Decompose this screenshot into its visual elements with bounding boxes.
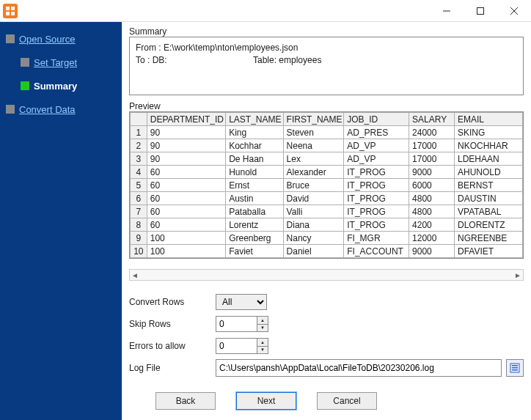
table-cell: 4800 (409, 192, 455, 205)
skip-rows-spinner[interactable]: ▲▼ (257, 316, 268, 332)
sidebar-item-set-target[interactable]: Set Target (21, 53, 122, 72)
convert-rows-select[interactable]: All (216, 294, 267, 310)
table-cell: NKOCHHAR (455, 139, 523, 152)
scroll-right-icon[interactable]: ► (514, 271, 521, 279)
table-cell: Valli (283, 205, 344, 218)
table-cell: Diana (283, 218, 344, 232)
table-cell: 100 (147, 232, 225, 245)
table-cell: 100 (147, 245, 225, 258)
column-header[interactable]: EMAIL (455, 113, 523, 126)
table-cell: 17000 (409, 139, 455, 152)
table-cell: Neena (283, 139, 344, 152)
column-header[interactable]: JOB_ID (344, 113, 409, 126)
errors-input[interactable] (216, 338, 257, 354)
table-cell: Daniel (283, 245, 344, 258)
table-row[interactable]: 560ErnstBruceIT_PROG6000BERNST (131, 179, 523, 192)
browse-logfile-button[interactable] (506, 359, 524, 377)
rownum-cell: 10 (131, 245, 147, 258)
browse-icon (510, 363, 520, 373)
column-header[interactable]: LAST_NAME (226, 113, 283, 126)
table-cell: NGREENBE (455, 232, 523, 245)
horizontal-scrollbar[interactable]: ◄ ► (129, 269, 524, 281)
svg-rect-1 (11, 7, 15, 10)
sidebar-marker (21, 81, 29, 90)
logfile-label: Log File (129, 363, 216, 373)
table-row[interactable]: 9100GreenbergNancyFI_MGR12000NGREENBE (131, 232, 523, 245)
table-cell: Hunold (226, 166, 283, 179)
table-cell: King (226, 126, 283, 139)
table-cell: Austin (226, 192, 283, 205)
sidebar-marker (6, 34, 15, 43)
table-cell: 60 (147, 218, 225, 232)
table-cell: Kochhar (226, 139, 283, 152)
app-icon (3, 4, 18, 18)
table-cell: AHUNOLD (455, 166, 523, 179)
errors-label: Errors to allow (129, 341, 216, 351)
summary-box: From : E:\work\temp\nton\employees.json … (129, 37, 524, 95)
summary-label: Summary (129, 26, 524, 37)
table-row[interactable]: 660AustinDavidIT_PROG4800DAUSTIN (131, 192, 523, 205)
close-button[interactable] (497, 0, 531, 21)
summary-table: Table: employees (253, 54, 321, 67)
table-cell: 60 (147, 192, 225, 205)
svg-rect-3 (11, 12, 15, 15)
rownum-cell: 8 (131, 218, 147, 232)
next-button[interactable]: Next (236, 392, 296, 410)
logfile-input[interactable] (216, 359, 502, 377)
titlebar (0, 0, 531, 22)
table-cell: 4800 (409, 205, 455, 218)
svg-rect-0 (6, 7, 10, 10)
table-cell: 9000 (409, 166, 455, 179)
table-cell: 90 (147, 126, 225, 139)
scroll-left-icon[interactable]: ◄ (131, 271, 139, 279)
table-cell: 60 (147, 179, 225, 192)
table-cell: DFAVIET (455, 245, 523, 258)
table-cell: DLORENTZ (455, 218, 523, 232)
table-cell: Bruce (283, 179, 344, 192)
rownum-cell: 3 (131, 152, 147, 166)
sidebar-item-label[interactable]: Set Target (34, 57, 77, 68)
column-header[interactable]: FIRST_NAME (283, 113, 344, 126)
sidebar-item-open-source[interactable]: Open Source (6, 29, 122, 48)
minimize-button[interactable] (430, 0, 464, 21)
skip-rows-label: Skip Rows (129, 319, 216, 329)
table-cell: Lorentz (226, 218, 283, 232)
summary-to: To : DB: (136, 54, 253, 67)
column-header[interactable]: DEPARTMENT_ID (147, 113, 225, 126)
cancel-button[interactable]: Cancel (317, 392, 377, 410)
table-cell: Greenberg (226, 232, 283, 245)
table-cell: FI_MGR (344, 232, 409, 245)
table-cell: Pataballa (226, 205, 283, 218)
maximize-button[interactable] (464, 0, 497, 21)
table-cell: 24000 (409, 126, 455, 139)
sidebar-item-label[interactable]: Open Source (19, 34, 76, 45)
back-button[interactable]: Back (155, 392, 216, 410)
svg-rect-10 (512, 367, 518, 369)
table-cell: Steven (283, 126, 344, 139)
table-cell: IT_PROG (344, 192, 409, 205)
table-row[interactable]: 10100FavietDanielFI_ACCOUNT9000DFAVIET (131, 245, 523, 258)
table-row[interactable]: 390De HaanLexAD_VP17000LDEHAAN (131, 152, 523, 166)
sidebar-marker (6, 105, 15, 114)
table-cell: 90 (147, 152, 225, 166)
table-cell: De Haan (226, 152, 283, 166)
table-cell: IT_PROG (344, 205, 409, 218)
table-cell: IT_PROG (344, 218, 409, 232)
sidebar-item-convert-data[interactable]: Convert Data (6, 100, 122, 119)
column-header[interactable]: SALARY (409, 113, 455, 126)
table-row[interactable]: 760PataballaValliIT_PROG4800VPATABAL (131, 205, 523, 218)
svg-rect-2 (6, 12, 10, 15)
summary-from: From : E:\work\temp\nton\employees.json (136, 42, 517, 54)
table-cell: David (283, 192, 344, 205)
table-cell: BERNST (455, 179, 523, 192)
skip-rows-input[interactable] (216, 316, 257, 332)
table-row[interactable]: 190KingStevenAD_PRES24000SKING (131, 126, 523, 139)
table-row[interactable]: 460HunoldAlexanderIT_PROG9000AHUNOLD (131, 166, 523, 179)
sidebar-item-label[interactable]: Convert Data (19, 104, 76, 115)
table-cell: SKING (455, 126, 523, 139)
table-cell: 60 (147, 166, 225, 179)
table-row[interactable]: 290KochharNeenaAD_VP17000NKOCHHAR (131, 139, 523, 152)
errors-spinner[interactable]: ▲▼ (257, 338, 268, 354)
table-row[interactable]: 860LorentzDianaIT_PROG4200DLORENTZ (131, 218, 523, 232)
preview-table: DEPARTMENT_IDLAST_NAMEFIRST_NAMEJOB_IDSA… (129, 111, 524, 259)
